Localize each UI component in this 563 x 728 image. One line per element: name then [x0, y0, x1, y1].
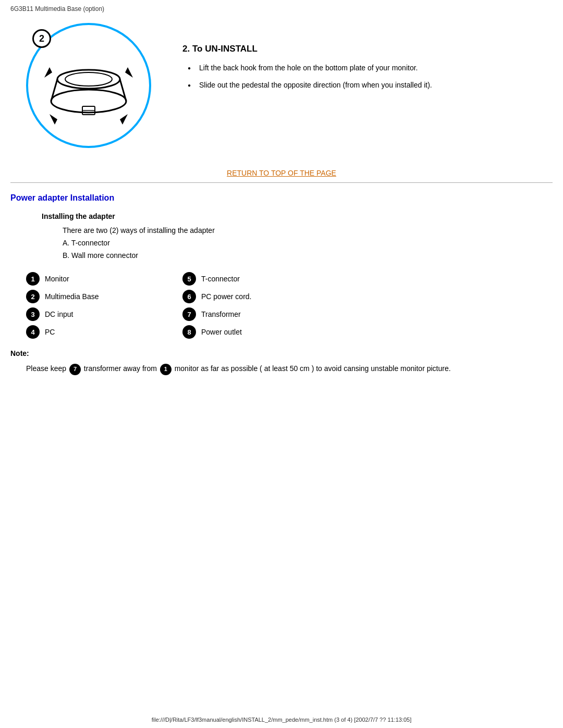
section-divider	[10, 182, 553, 183]
items-grid: 1 Monitor 5 T-connector 2 Multimedia Bas…	[26, 272, 553, 339]
item-label-8: Power outlet	[201, 328, 242, 336]
return-link-section: RETURN TO TOP OF THE PAGE	[10, 169, 553, 177]
badge-1: 1	[26, 272, 40, 286]
bullet-item-2: Slide out the pedestal the opposite dire…	[188, 80, 553, 91]
item-row-8: 8 Power outlet	[182, 325, 318, 339]
diagram-area: 2	[10, 23, 167, 148]
badge-6: 6	[182, 290, 196, 303]
svg-line-3	[120, 79, 126, 101]
return-to-top-link[interactable]: RETURN TO TOP OF THE PAGE	[227, 169, 336, 177]
circle-diagram: 2	[26, 23, 151, 148]
adapter-body: There are two (2) ways of installing the…	[63, 225, 553, 262]
note-body: Please keep 7 transformer away from 1 mo…	[26, 363, 553, 375]
item-label-7: Transformer	[201, 310, 241, 318]
item-label-4: PC	[45, 328, 55, 336]
adapter-body-line1: There are two (2) ways of installing the…	[63, 225, 553, 237]
note-text-suffix: monitor as far as possible ( at least 50…	[175, 364, 451, 373]
svg-marker-9	[50, 114, 57, 125]
bullet-item-1: Lift the back hook from the hole on the …	[188, 63, 553, 73]
power-section-title: Power adapter Installation	[10, 193, 553, 203]
item-row-4: 4 PC	[26, 325, 162, 339]
badge-5: 5	[182, 272, 196, 286]
step-number: 2	[32, 29, 51, 48]
monitor-illustration	[42, 44, 136, 127]
item-label-1: Monitor	[45, 275, 69, 283]
footer: file:///D|/Rita/LF3/lf3manual/english/IN…	[0, 717, 563, 723]
svg-marker-8	[125, 67, 133, 78]
note-label: Note:	[10, 349, 553, 357]
inline-badge-7: 7	[69, 364, 81, 375]
item-row-1: 1 Monitor	[26, 272, 162, 286]
item-row-3: 3 DC input	[26, 307, 162, 321]
item-row-7: 7 Transformer	[182, 307, 318, 321]
svg-point-4	[65, 72, 112, 86]
inline-badge-1: 1	[160, 364, 172, 375]
badge-7: 7	[182, 307, 196, 321]
svg-marker-7	[44, 67, 52, 78]
note-text-middle: transformer away from	[84, 364, 159, 373]
footer-text: file:///D|/Rita/LF3/lf3manual/english/IN…	[152, 717, 412, 723]
item-row-5: 5 T-connector	[182, 272, 318, 286]
item-row-2: 2 Multimedia Base	[26, 290, 162, 303]
adapter-subtitle: Installing the adapter	[42, 212, 553, 220]
svg-line-2	[51, 79, 57, 101]
uninstall-content: 2. To UN-INSTALL Lift the back hook from…	[182, 23, 553, 97]
adapter-body-line3: B. Wall more connector	[63, 250, 553, 262]
svg-point-0	[51, 90, 126, 113]
power-adapter-section: Power adapter Installation Installing th…	[10, 193, 553, 375]
badge-4: 4	[26, 325, 40, 339]
item-label-2: Multimedia Base	[45, 292, 99, 301]
svg-marker-10	[120, 114, 128, 125]
badge-3: 3	[26, 307, 40, 321]
item-row-6: 6 PC power cord.	[182, 290, 318, 303]
header-title: 6G3B11 Multimedia Base (option)	[10, 5, 104, 13]
note-text-prefix: Please keep	[26, 364, 68, 373]
badge-8: 8	[182, 325, 196, 339]
item-label-6: PC power cord.	[201, 292, 251, 301]
badge-2: 2	[26, 290, 40, 303]
uninstall-section: 2	[10, 23, 553, 148]
uninstall-bullet-list: Lift the back hook from the hole on the …	[182, 63, 553, 91]
page-header: 6G3B11 Multimedia Base (option)	[10, 5, 553, 13]
item-label-5: T-connector	[201, 275, 240, 283]
item-label-3: DC input	[45, 310, 73, 318]
uninstall-title: 2. To UN-INSTALL	[182, 44, 553, 54]
adapter-body-line2: A. T-connector	[63, 237, 553, 250]
